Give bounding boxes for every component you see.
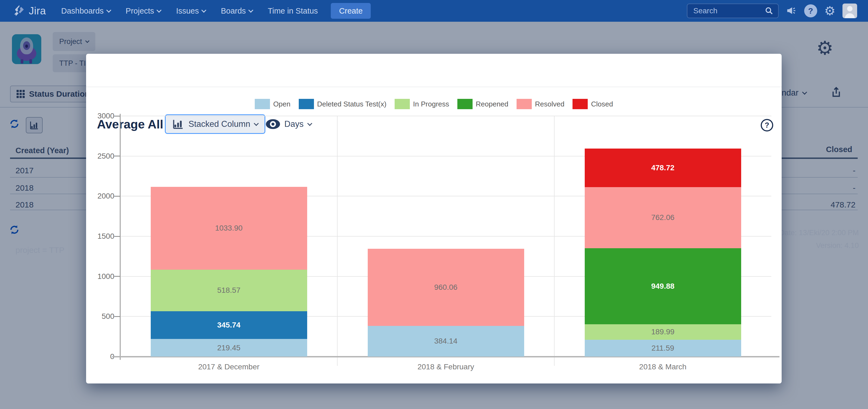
nav-item-time-in-status[interactable]: Time in Status	[268, 6, 318, 15]
jira-logo[interactable]: Jira	[12, 4, 46, 18]
chevron-down-icon	[106, 8, 111, 12]
nav-item-issues[interactable]: Issues	[176, 6, 206, 15]
y-axis-label: 1500	[86, 232, 114, 241]
category-separator-line	[554, 116, 555, 366]
question-mark-icon: ?	[804, 4, 817, 18]
bar-value-label: 518.57	[217, 286, 241, 295]
nav-item-label: Dashboards	[61, 6, 103, 15]
x-axis-category-label: 2018 & March	[592, 363, 734, 371]
x-axis-category-label: 2018 & February	[375, 363, 517, 371]
y-axis-label: 500	[86, 312, 114, 321]
nav-item-boards[interactable]: Boards	[221, 6, 253, 15]
nav-item-label: Boards	[221, 6, 246, 15]
person-icon	[847, 6, 852, 11]
y-axis-tick	[114, 276, 120, 277]
chevron-down-icon	[248, 8, 253, 12]
announcements-button[interactable]	[786, 5, 797, 17]
megaphone-icon	[786, 5, 797, 17]
nav-item-label: Projects	[126, 6, 154, 15]
nav-item-dashboards[interactable]: Dashboards	[61, 6, 110, 15]
brand-name: Jira	[29, 5, 46, 17]
y-axis-label: 2500	[86, 152, 114, 160]
y-axis-label: 2000	[86, 192, 114, 200]
nav-item-label: Issues	[176, 6, 199, 15]
bar-segment-closed[interactable]: 478.72	[585, 149, 741, 187]
help-button[interactable]: ?	[804, 4, 817, 18]
bar-segment-resolved[interactable]: 1033.90	[151, 187, 307, 270]
y-axis-line	[120, 114, 121, 360]
y-axis-tick	[114, 316, 120, 317]
bar-segment-in-progress[interactable]: 518.57	[151, 270, 307, 311]
y-axis-tick	[114, 156, 120, 156]
bar-value-label: 189.99	[651, 327, 675, 336]
chevron-down-icon	[157, 8, 162, 12]
bar-value-label: 949.88	[651, 282, 675, 291]
bar-segment-open[interactable]: 211.59	[585, 340, 741, 356]
chevron-down-icon	[202, 8, 207, 12]
y-axis-tick	[114, 196, 120, 197]
bar-segment-deleted-status-test-x-[interactable]: 345.74	[151, 311, 307, 339]
y-axis-tick	[114, 236, 120, 237]
category-separator-line	[337, 116, 338, 366]
settings-button[interactable]: ⚙	[824, 5, 835, 17]
x-axis-category-label: 2017 & December	[158, 363, 300, 371]
bar-value-label: 384.14	[434, 337, 458, 345]
gear-icon: ⚙	[824, 5, 835, 17]
bar-value-label: 960.06	[434, 283, 458, 292]
y-gridline	[120, 116, 771, 116]
y-axis-tick	[114, 116, 120, 117]
bar-segment-resolved[interactable]: 762.06	[585, 187, 741, 248]
top-nav: Jira Dashboards Projects Issues Boards T…	[0, 0, 868, 22]
bar-value-label: 345.74	[217, 321, 241, 329]
person-icon	[845, 13, 855, 18]
jira-logo-icon	[12, 4, 26, 18]
nav-menu: Dashboards Projects Issues Boards Time i…	[61, 6, 318, 15]
search-icon[interactable]	[765, 6, 774, 15]
bar-value-label: 219.45	[217, 344, 241, 352]
nav-item-projects[interactable]: Projects	[126, 6, 161, 15]
bar-segment-in-progress[interactable]: 189.99	[585, 324, 741, 340]
nav-item-label: Time in Status	[268, 6, 318, 15]
bar-segment-reopened[interactable]: 949.88	[585, 248, 741, 324]
bar-segment-resolved[interactable]: 960.06	[368, 249, 524, 326]
bar-segment-open[interactable]: 384.14	[368, 326, 524, 356]
search-input[interactable]	[693, 6, 765, 15]
bar-value-label: 762.06	[651, 213, 675, 222]
chart-area: 050010001500200025003000219.45345.74518.…	[86, 54, 782, 383]
search-box	[687, 3, 779, 18]
chart-modal: Average All Stacked Column Days ? OpenDe…	[86, 54, 782, 383]
bar-value-label: 211.59	[652, 344, 674, 352]
y-axis-label: 1000	[86, 272, 114, 281]
create-button[interactable]: Create	[331, 3, 371, 19]
user-avatar[interactable]	[842, 3, 857, 18]
bar-value-label: 478.72	[651, 163, 675, 172]
bar-value-label: 1033.90	[215, 224, 243, 232]
bar-segment-open[interactable]: 219.45	[151, 339, 307, 356]
y-axis-label: 0	[86, 352, 114, 361]
y-axis-label: 3000	[86, 112, 114, 120]
nav-right-controls: ? ⚙	[687, 3, 857, 18]
